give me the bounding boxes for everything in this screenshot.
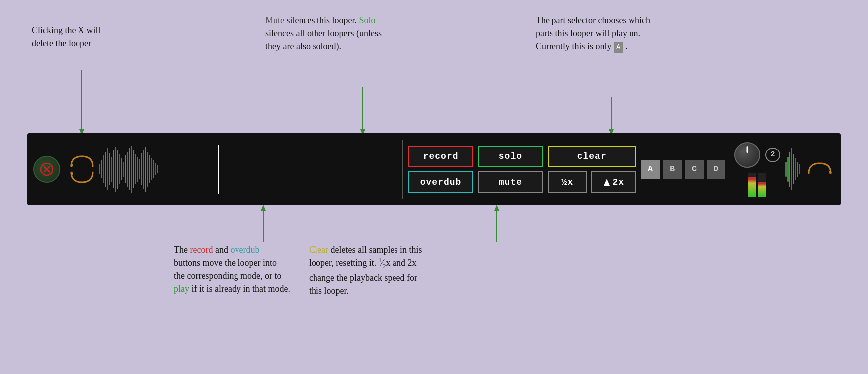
solo-label: Solo <box>359 15 375 25</box>
part-selector-text: The part selector chooses whichparts thi… <box>536 15 650 51</box>
level-meters <box>748 172 766 197</box>
record-button[interactable]: record <box>408 146 473 167</box>
solo-description: silences all other loopers (unlessthey a… <box>265 28 382 51</box>
part-button-a[interactable]: A <box>641 160 660 179</box>
annotation-record-overdub-text: The record and overdubbuttons move the l… <box>174 245 290 294</box>
solo-mute-group: solo mute <box>478 146 543 193</box>
svg-marker-9 <box>494 205 499 211</box>
overdub-ref: overdub <box>230 245 259 255</box>
waveform-right <box>785 142 835 197</box>
badge-a: A <box>614 42 623 53</box>
clear-button[interactable]: clear <box>548 146 636 167</box>
clear-speed-group: clear ½x 2x <box>548 146 636 193</box>
solo-button[interactable]: solo <box>478 146 543 167</box>
waveform-display <box>65 142 397 197</box>
channel-badge: 2 <box>765 148 780 162</box>
overdub-button[interactable]: overdub <box>408 171 473 193</box>
part-button-d[interactable]: D <box>707 160 725 179</box>
annotation-delete-text: Clicking the X willdelete the looper <box>32 25 101 48</box>
meter-right <box>758 173 766 197</box>
part-button-b[interactable]: B <box>663 160 682 179</box>
mute-button[interactable]: mute <box>478 171 543 193</box>
looper-bar: record overdub solo mute clear ½x 2x A B… <box>27 133 841 205</box>
double-speed-button[interactable]: 2x <box>591 171 636 193</box>
clear-ref: Clear <box>309 245 328 255</box>
annotation-clear-speed-text: Clear deletes all samples in thislooper,… <box>309 245 422 296</box>
annotation-clear-speed: Clear deletes all samples in thislooper,… <box>309 243 422 297</box>
part-button-c[interactable]: C <box>685 160 704 179</box>
volume-knob[interactable] <box>734 142 760 168</box>
half-speed-button[interactable]: ½x <box>548 171 587 193</box>
annotation-record-overdub: The record and overdubbuttons move the l… <box>174 243 290 295</box>
record-ref: record <box>190 245 213 255</box>
volume-section: 2 <box>734 142 780 197</box>
knob-channel-container: 2 <box>734 142 780 168</box>
record-overdub-group: record overdub <box>408 146 473 193</box>
meter-left <box>748 173 756 197</box>
annotation-part-selector: The part selector chooses whichparts thi… <box>536 14 650 53</box>
play-ref: play <box>174 284 189 294</box>
annotation-mute-solo: Mute silences this looper. Solo silences… <box>265 14 382 53</box>
mute-text: silences this looper. <box>284 15 359 25</box>
annotation-delete: Clicking the X willdelete the looper <box>32 24 101 50</box>
svg-marker-7 <box>261 205 266 211</box>
part-selector: A B C D <box>641 160 725 179</box>
svg-marker-15 <box>604 179 610 186</box>
mute-label: Mute <box>265 15 284 25</box>
delete-button[interactable] <box>33 156 60 183</box>
divider-1 <box>402 140 403 199</box>
